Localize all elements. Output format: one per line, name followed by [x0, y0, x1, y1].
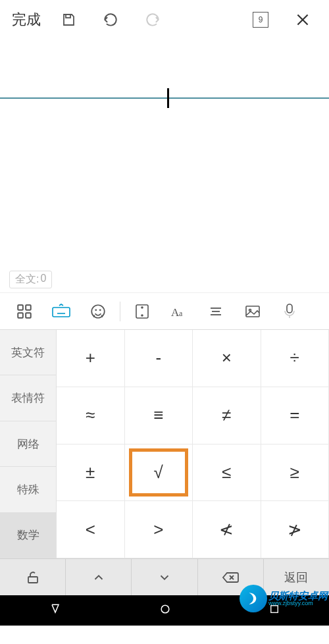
category-column: 英文符 表情符 网络 特殊 数学 — [0, 330, 57, 558]
category-math[interactable]: 数学 — [0, 513, 57, 558]
key-divide[interactable]: ÷ — [261, 330, 330, 387]
key-sqrt[interactable]: √ — [125, 444, 193, 502]
lower-canvas[interactable]: 全文: 0 — [0, 99, 329, 292]
key-ngt[interactable]: ≯ — [261, 501, 330, 558]
category-network[interactable]: 网络 — [0, 421, 57, 467]
align-icon[interactable] — [198, 297, 234, 326]
svg-point-15 — [100, 309, 101, 310]
key-nlt[interactable]: ≮ — [193, 501, 261, 558]
done-button[interactable]: 完成 — [8, 7, 45, 32]
key-neq[interactable]: ≠ — [193, 387, 261, 444]
fullscreen-icon[interactable] — [124, 297, 160, 326]
key-equal[interactable]: = — [261, 387, 330, 444]
key-gt[interactable]: > — [125, 501, 193, 558]
key-lt[interactable]: < — [57, 501, 125, 558]
svg-rect-26 — [287, 304, 292, 313]
key-minus[interactable]: - — [125, 330, 193, 387]
svg-rect-7 — [53, 308, 70, 317]
toolbar-divider — [120, 302, 120, 321]
page-number-value: 9 — [253, 12, 268, 28]
key-geq[interactable]: ≥ — [261, 444, 330, 502]
key-plus[interactable]: + — [57, 330, 125, 387]
lock-button[interactable] — [0, 559, 66, 595]
keyboard: 英文符 表情符 网络 特殊 数学 + - × ÷ ≈ ≡ ≠ = ± √ ≤ ≥… — [0, 329, 329, 558]
svg-point-17 — [141, 307, 143, 308]
svg-point-30 — [161, 605, 169, 613]
redo-button — [134, 1, 171, 38]
svg-rect-6 — [26, 313, 31, 318]
mic-icon[interactable] — [272, 297, 307, 326]
watermark-title: 贝斯特安卓网 — [268, 591, 328, 601]
key-multiply[interactable]: × — [193, 330, 261, 387]
watermark-logo — [240, 585, 267, 612]
close-button[interactable] — [284, 1, 321, 38]
watermark-url: www.zjbstyy.com — [268, 601, 328, 606]
emoji-icon[interactable] — [80, 297, 116, 326]
page-number-button[interactable]: 9 — [242, 1, 279, 38]
keyboard-icon[interactable] — [43, 297, 79, 326]
page-down-button[interactable] — [132, 559, 197, 595]
apps-icon[interactable] — [7, 297, 42, 326]
page-up-button[interactable] — [66, 559, 132, 595]
category-emoji[interactable]: 表情符 — [0, 375, 57, 421]
category-special[interactable]: 特殊 — [0, 467, 57, 512]
svg-point-13 — [91, 305, 105, 318]
text-caret — [167, 88, 169, 108]
upper-canvas[interactable] — [0, 40, 329, 99]
image-icon[interactable] — [235, 297, 270, 326]
nav-back[interactable] — [49, 603, 62, 618]
font-icon[interactable]: Aa — [161, 297, 197, 326]
nav-home[interactable] — [159, 603, 172, 618]
save-icon[interactable] — [50, 1, 87, 38]
undo-button[interactable] — [92, 1, 129, 38]
watermark: 贝斯特安卓网 www.zjbstyy.com — [240, 585, 328, 612]
svg-rect-0 — [66, 14, 70, 18]
category-english[interactable]: 英文符 — [0, 330, 57, 375]
svg-text:a: a — [179, 309, 183, 318]
key-grid: + - × ÷ ≈ ≡ ≠ = ± √ ≤ ≥ < > ≮ ≯ — [57, 330, 329, 558]
key-plusminus[interactable]: ± — [57, 444, 125, 502]
ime-toolbar: Aa — [0, 292, 329, 329]
svg-point-14 — [95, 309, 96, 310]
key-approx[interactable]: ≈ — [57, 387, 125, 444]
key-identical[interactable]: ≡ — [125, 387, 193, 444]
svg-point-18 — [141, 315, 143, 316]
char-count-badge: 全文: 0 — [9, 271, 52, 288]
svg-rect-27 — [28, 577, 38, 583]
key-leq[interactable]: ≤ — [193, 444, 261, 502]
svg-rect-5 — [18, 313, 23, 318]
svg-rect-3 — [18, 305, 23, 310]
svg-rect-4 — [26, 305, 31, 310]
